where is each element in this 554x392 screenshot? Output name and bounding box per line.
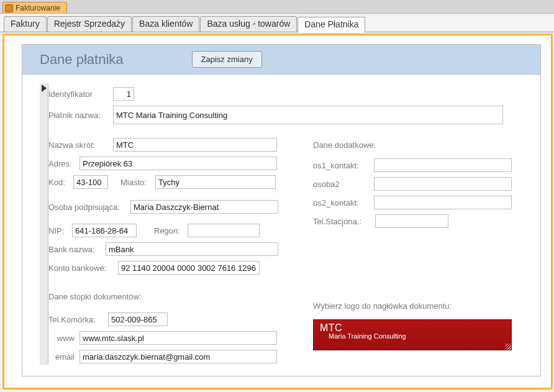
label-payer-name: Płatnik nazwa: bbox=[48, 111, 108, 120]
landline-field[interactable] bbox=[375, 214, 448, 228]
bank-name-field[interactable] bbox=[106, 242, 278, 256]
label-email: email bbox=[48, 352, 75, 362]
current-record-marker-icon bbox=[42, 84, 47, 92]
tab-faktury[interactable]: Faktury bbox=[4, 16, 47, 32]
save-button[interactable]: Zapisz zmiany bbox=[192, 51, 262, 68]
os1-contact-field[interactable] bbox=[374, 158, 512, 172]
tab-dane-platnika[interactable]: Dane Płatnika bbox=[297, 17, 365, 32]
window-tab-fakturowanie[interactable]: Fakturowanie bbox=[2, 2, 67, 13]
www-field[interactable] bbox=[79, 331, 277, 345]
mobile-field[interactable] bbox=[108, 312, 168, 326]
address-field[interactable] bbox=[79, 157, 277, 170]
label-bank-name: Bank nazwa: bbox=[48, 245, 101, 254]
person2-field[interactable] bbox=[374, 177, 512, 191]
label-account: Konto bankowe: bbox=[48, 263, 113, 273]
label-signer: Osoba podpisująca: bbox=[48, 203, 125, 212]
label-mobile: Tel.Komórka: bbox=[48, 315, 103, 324]
tab-baza-uslug-towarow[interactable]: Baza usług - towarów bbox=[200, 16, 297, 32]
label-footer-section: Dane stopki dokumentów: bbox=[48, 292, 291, 301]
record-selector[interactable] bbox=[40, 83, 48, 365]
window-tab-strip: Fakturowanie bbox=[0, 0, 554, 14]
short-name-field[interactable] bbox=[113, 138, 277, 152]
form-header: Dane płatnika Zapisz zmiany bbox=[22, 45, 540, 75]
label-nip: NIP: bbox=[48, 226, 67, 235]
city-field[interactable] bbox=[155, 175, 276, 189]
label-id: Identyfikator bbox=[48, 89, 108, 99]
postal-field[interactable] bbox=[73, 175, 108, 189]
label-extra-section: Dane dodatkowe: bbox=[313, 140, 512, 150]
logo-preview[interactable]: MTC Maria Training Consulting bbox=[313, 319, 512, 350]
label-os1-contact: os1_kontakt: bbox=[313, 161, 369, 170]
inner-tabstrip: Faktury Rejestr Sprzedaży Baza klientów … bbox=[0, 14, 554, 32]
label-address: Adres: bbox=[48, 159, 75, 168]
id-field[interactable] bbox=[113, 87, 134, 101]
logo-subtitle: Maria Training Consulting bbox=[329, 332, 505, 340]
nip-field[interactable] bbox=[72, 224, 137, 237]
label-postal: Kod: bbox=[48, 178, 68, 187]
label-city: Miasto: bbox=[120, 178, 150, 187]
email-field[interactable] bbox=[79, 350, 277, 363]
tab-rejestr-sprzedazy[interactable]: Rejestr Sprzedaży bbox=[47, 16, 132, 32]
work-area: Faktury Rejestr Sprzedaży Baza klientów … bbox=[0, 14, 554, 392]
label-landline: Tel.Stacjona.: bbox=[313, 217, 370, 226]
label-regon: Regon: bbox=[154, 226, 183, 235]
label-choose-logo: Wybierz logo do nagłówka dokumentu: bbox=[313, 301, 512, 311]
label-os2-contact: os2_kontakt: bbox=[313, 198, 369, 207]
form-body: Identyfikator Płatnik nazwa: Nazwa skrót… bbox=[31, 75, 540, 376]
os2-contact-field[interactable] bbox=[374, 196, 512, 209]
page-title: Dane płatnika bbox=[40, 52, 124, 68]
page-frame: Dane płatnika Zapisz zmiany Identyfikato… bbox=[2, 34, 553, 390]
form-icon bbox=[5, 4, 13, 12]
signer-field[interactable] bbox=[130, 200, 278, 214]
label-short-name: Nazwa skrót: bbox=[48, 140, 108, 150]
window-tab-label: Fakturowanie bbox=[16, 4, 60, 12]
tab-baza-klientow[interactable]: Baza klientów bbox=[132, 16, 199, 32]
form-container: Dane płatnika Zapisz zmiany Identyfikato… bbox=[22, 44, 541, 376]
regon-field[interactable] bbox=[188, 224, 260, 237]
label-person2: osoba2 bbox=[313, 180, 369, 189]
label-www: www bbox=[48, 334, 75, 343]
payer-name-field[interactable] bbox=[113, 106, 503, 124]
resize-grip-icon bbox=[505, 344, 511, 350]
account-field[interactable] bbox=[118, 261, 260, 275]
